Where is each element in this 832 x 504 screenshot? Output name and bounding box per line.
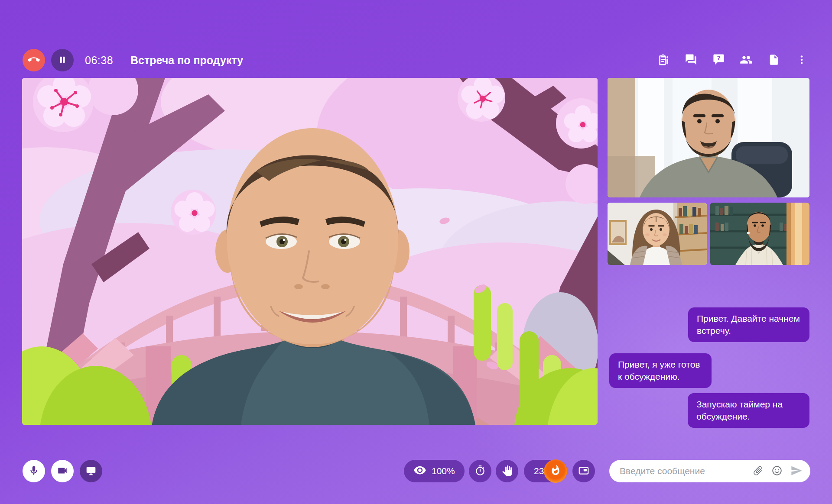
flame-icon: [550, 465, 561, 478]
chat-message: Запускаю таймер на обсуждение.: [688, 393, 809, 428]
send-icon: [790, 465, 803, 478]
input-icons: [752, 465, 803, 478]
hangup-phone-icon: [28, 54, 40, 67]
message-input-bar: [609, 460, 810, 482]
more-button[interactable]: [795, 54, 808, 67]
screen-share-icon: [85, 465, 97, 478]
smiley-icon: [771, 465, 783, 478]
reactions-pill[interactable]: 23: [524, 460, 567, 482]
participant-3-scene: [710, 203, 809, 265]
participant-video-2[interactable]: [608, 203, 707, 265]
meeting-title: Встреча по продукту: [130, 54, 243, 67]
pause-icon: [58, 55, 67, 66]
participant-2-scene: [608, 203, 707, 265]
eye-icon: [413, 464, 426, 479]
pause-button[interactable]: [51, 49, 74, 71]
notes-button[interactable]: [656, 54, 670, 67]
chat-button[interactable]: [684, 54, 697, 67]
participant-video-1[interactable]: [608, 78, 809, 197]
timer-button[interactable]: [469, 460, 491, 482]
attach-file-button[interactable]: [752, 465, 764, 478]
document-icon: [768, 54, 780, 67]
chat-message: Привет. Давайте начнем встречу.: [688, 307, 809, 342]
attention-indicator[interactable]: 100%: [404, 460, 465, 482]
participant-1-scene: [608, 78, 809, 197]
questions-button[interactable]: ?: [712, 54, 725, 67]
paperclip-icon: [752, 465, 764, 478]
send-button[interactable]: [790, 465, 803, 478]
hangup-button[interactable]: [23, 49, 45, 71]
topbar-actions: ?: [656, 54, 808, 67]
self-video-tile[interactable]: [22, 78, 598, 425]
emoji-button[interactable]: [771, 465, 783, 478]
fire-reaction-button[interactable]: [544, 459, 567, 483]
microphone-button[interactable]: [23, 460, 45, 482]
question-bubble-icon: ?: [712, 53, 725, 67]
stopwatch-icon: [474, 465, 486, 478]
layout-button[interactable]: [572, 460, 595, 482]
picture-in-picture-icon: [578, 465, 589, 478]
chat-message: Привет, я уже готов к обсуждению.: [609, 353, 712, 388]
microphone-icon: [28, 465, 39, 478]
message-input[interactable]: [620, 466, 749, 476]
participant-video-3[interactable]: [710, 203, 809, 265]
virtual-background-scene: [22, 78, 598, 425]
documents-button[interactable]: [767, 54, 780, 67]
reactions-count: 23: [534, 460, 544, 482]
chat-bubbles-icon: [685, 53, 697, 67]
svg-text:?: ?: [717, 55, 720, 61]
hand-icon: [502, 465, 512, 477]
camera-icon: [57, 465, 68, 478]
attention-percent: 100%: [432, 466, 455, 476]
chat-panel: Привет. Давайте начнем встречу. Привет, …: [608, 307, 809, 428]
call-timer: 06:38: [85, 54, 113, 67]
topbar: 06:38 Встреча по продукту ?: [23, 49, 808, 71]
people-icon: [740, 53, 753, 68]
participants-button[interactable]: [740, 54, 753, 67]
screen-share-button[interactable]: [80, 460, 102, 482]
camera-button[interactable]: [51, 460, 74, 482]
raise-hand-button[interactable]: [496, 460, 518, 482]
kebab-menu-icon: [796, 54, 807, 67]
clipboard-pencil-icon: [656, 53, 670, 68]
